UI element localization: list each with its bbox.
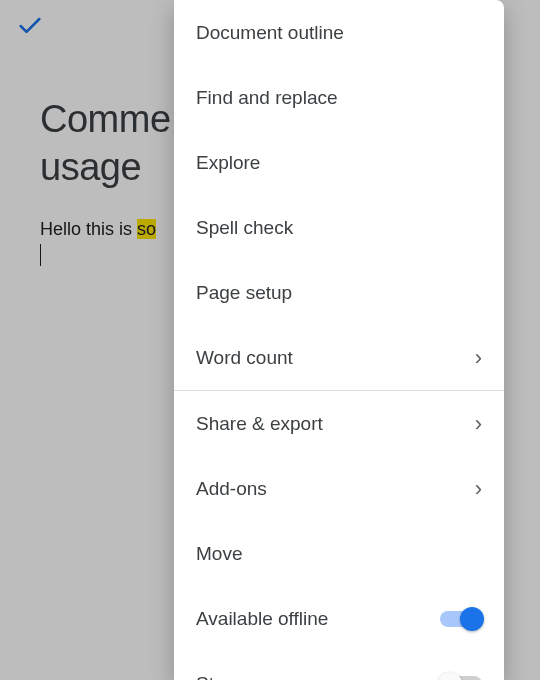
menu-item-label: Word count bbox=[196, 347, 293, 369]
toggle-knob bbox=[460, 607, 484, 631]
menu-item-label: Available offline bbox=[196, 608, 328, 630]
menu-item-page-setup[interactable]: Page setup bbox=[174, 260, 504, 325]
menu-item-find-and-replace[interactable]: Find and replace bbox=[174, 65, 504, 130]
screen: Comme usage Hello this is so Document ou… bbox=[0, 0, 540, 680]
menu-item-word-count[interactable]: Word count› bbox=[174, 325, 504, 390]
chevron-right-icon: › bbox=[475, 345, 482, 371]
menu-item-document-outline[interactable]: Document outline bbox=[174, 0, 504, 65]
menu-item-label: Move bbox=[196, 543, 242, 565]
menu-item-star[interactable]: Star bbox=[174, 651, 504, 680]
menu-item-explore[interactable]: Explore bbox=[174, 130, 504, 195]
menu-item-label: Find and replace bbox=[196, 87, 338, 109]
menu-item-label: Spell check bbox=[196, 217, 293, 239]
menu-item-available-offline[interactable]: Available offline bbox=[174, 586, 504, 651]
menu-item-add-ons[interactable]: Add-ons› bbox=[174, 456, 504, 521]
menu-item-share-export[interactable]: Share & export› bbox=[174, 391, 504, 456]
menu-item-label: Document outline bbox=[196, 22, 344, 44]
toggle-knob bbox=[438, 672, 462, 681]
toggle-star[interactable] bbox=[440, 676, 482, 681]
overflow-menu: Document outlineFind and replaceExploreS… bbox=[174, 0, 504, 680]
chevron-right-icon: › bbox=[475, 411, 482, 437]
menu-item-label: Star bbox=[196, 673, 231, 681]
chevron-right-icon: › bbox=[475, 476, 482, 502]
menu-item-label: Share & export bbox=[196, 413, 323, 435]
toggle-available-offline[interactable] bbox=[440, 611, 482, 627]
menu-item-move[interactable]: Move bbox=[174, 521, 504, 586]
menu-item-label: Explore bbox=[196, 152, 260, 174]
menu-item-spell-check[interactable]: Spell check bbox=[174, 195, 504, 260]
menu-item-label: Page setup bbox=[196, 282, 292, 304]
menu-item-label: Add-ons bbox=[196, 478, 267, 500]
